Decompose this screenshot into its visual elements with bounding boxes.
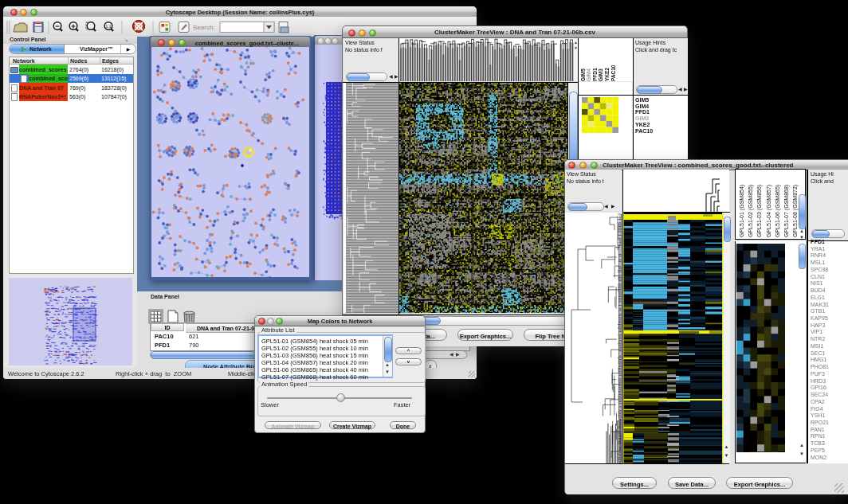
svg-text:Search:: Search: xyxy=(193,24,215,31)
svg-text:1:1: 1:1 xyxy=(106,24,112,29)
